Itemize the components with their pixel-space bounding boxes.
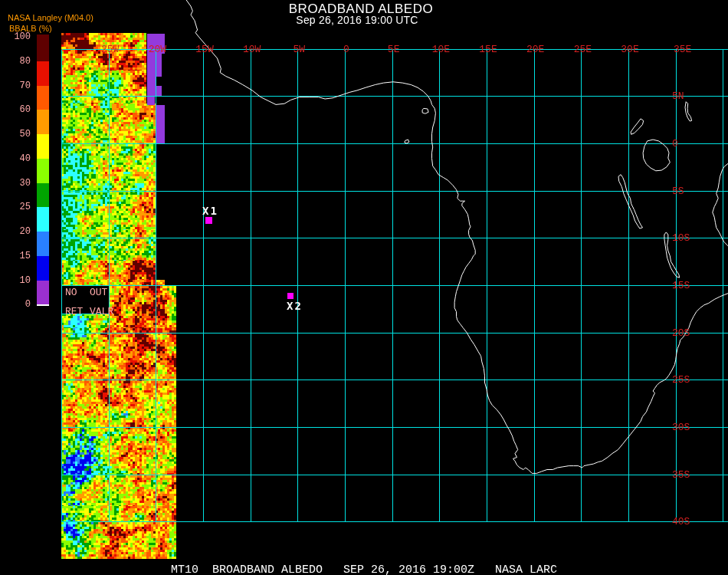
point-marker <box>287 293 293 299</box>
lake-outline <box>631 119 644 134</box>
lon-tick-label: 20W <box>149 44 166 55</box>
lon-tick-label: 15E <box>479 44 497 55</box>
legend-out-label: OUT <box>90 287 107 298</box>
colorbar-segment <box>37 207 49 232</box>
colorbar-segment <box>37 256 49 281</box>
colorbar-segment <box>37 159 49 183</box>
footer-caption: MT10 BROADBAND ALBEDO SEP 26, 2016 19:00… <box>171 564 557 575</box>
colorbar-segment <box>37 134 49 159</box>
lat-tick-label: 25S <box>672 374 690 386</box>
lat-tick-label: 5N <box>672 90 684 102</box>
lat-tick-label: 15S <box>672 280 690 291</box>
lon-tick-label: 30E <box>621 44 638 55</box>
marker-label: X2 <box>287 300 303 312</box>
lon-tick-label: 10W <box>243 44 261 55</box>
colorbar-tick-label: 50 <box>5 129 31 140</box>
colorbar-tick-label: 25 <box>5 202 31 212</box>
colorbar-segment <box>37 86 49 110</box>
lake-outline <box>422 108 428 113</box>
lon-tick-label: 20E <box>526 44 544 55</box>
page-subtitle: Sep 26, 2016 19:00 UTC <box>0 14 714 26</box>
colorbar-endcap <box>37 304 49 306</box>
colorbar-tick-label: 40 <box>5 153 31 164</box>
colorbar-segment <box>37 232 49 256</box>
lon-tick-label: 5W <box>293 44 306 55</box>
lake-outline <box>405 140 409 143</box>
lake-outline <box>643 140 670 171</box>
colorbar-tick-label: 80 <box>5 56 31 67</box>
lat-tick-label: 0 <box>672 138 678 150</box>
lon-tick-label: 10E <box>432 44 450 55</box>
albedo-map: BROADBAND ALBEDO Sep 26, 2016 19:00 UTC … <box>0 0 728 575</box>
lat-tick-label: 30S <box>672 422 690 433</box>
lat-tick-label: 5S <box>672 186 684 197</box>
colorbar-segment <box>37 183 49 208</box>
colorbar-tick-label: 30 <box>5 178 31 189</box>
lat-tick-label: 35S <box>672 469 690 481</box>
lon-tick-label: 15W <box>195 44 213 55</box>
coastline <box>186 0 728 473</box>
nodata-legend-box: NO OUT RET VALR <box>61 285 110 314</box>
legend-valr-label: VALR <box>90 306 113 317</box>
lat-tick-label: 20S <box>672 327 690 339</box>
colorbar-segment <box>37 110 49 134</box>
colorbar-segment <box>37 61 49 86</box>
coastline <box>713 163 728 248</box>
colorbar-tick-label: 20 <box>5 226 31 237</box>
credit-label: NASA Langley (M04.0) <box>8 13 93 22</box>
lon-tick-label: 0 <box>343 44 349 55</box>
colorbar-tick-label: 70 <box>5 80 31 91</box>
colorbar-segment <box>37 34 49 61</box>
lon-tick-label: 25E <box>574 44 592 55</box>
colorbar-tick-label: 15 <box>5 251 31 261</box>
colorbar-tick-label: 60 <box>5 104 31 115</box>
lat-tick-label: 40S <box>672 516 690 527</box>
legend-ret-label: RET <box>65 306 83 317</box>
lat-tick-label: 10S <box>672 232 690 244</box>
colorbar-tick-label: 10 <box>5 275 31 286</box>
lake-outline <box>685 102 692 121</box>
point-marker <box>205 217 212 224</box>
colorbar-segment <box>37 281 49 305</box>
legend-no-label: NO <box>65 287 77 298</box>
colorbar-tick-label: 100 <box>5 31 31 42</box>
lon-tick-label: 5E <box>388 44 400 55</box>
lon-tick-label: 25W <box>101 44 119 55</box>
lon-tick-label: 35E <box>674 44 691 55</box>
lake-outline <box>618 175 643 228</box>
marker-label: X1 <box>202 205 218 217</box>
colorbar-tick-label: 0 <box>5 299 31 310</box>
